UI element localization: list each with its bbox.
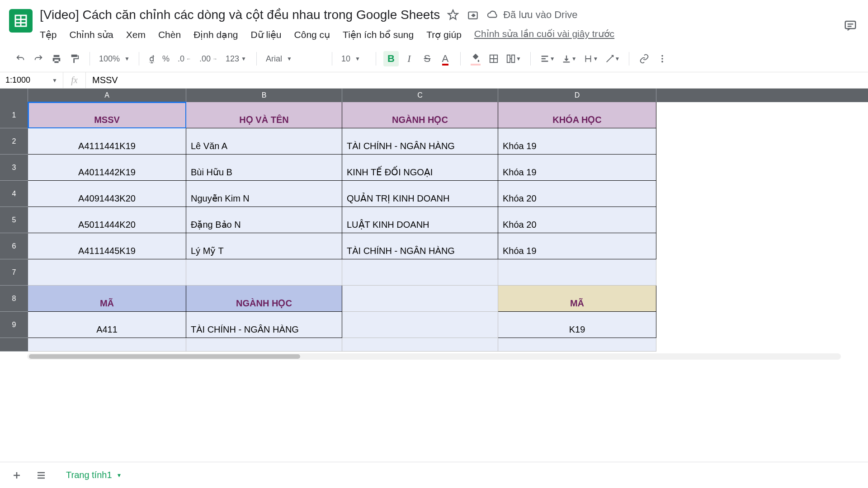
strikethrough-button[interactable]: S xyxy=(420,51,435,66)
name-box[interactable]: 1:1000▼ xyxy=(0,72,63,88)
horizontal-scrollbar[interactable] xyxy=(27,353,841,360)
cell-A6[interactable]: A4111445K19 xyxy=(28,233,186,259)
cell-D8[interactable]: MÃ xyxy=(498,286,656,312)
paint-format-button[interactable] xyxy=(67,51,82,66)
wrap-button[interactable]: ▼ xyxy=(581,51,600,66)
cell-A3[interactable]: A4011442K19 xyxy=(28,155,186,181)
menu-insert[interactable]: Chèn xyxy=(158,28,181,41)
cell-B3[interactable]: Bùi Hữu B xyxy=(186,155,342,181)
move-icon[interactable] xyxy=(467,9,479,21)
link-button[interactable] xyxy=(637,51,652,66)
all-sheets-button[interactable] xyxy=(33,468,49,483)
col-header-A[interactable]: A xyxy=(28,89,186,102)
cell-C2[interactable]: TÀI CHÍNH - NGÂN HÀNG xyxy=(342,128,498,155)
cell-B10[interactable] xyxy=(186,338,342,352)
cell-A7[interactable] xyxy=(28,259,186,286)
row-header-9[interactable]: 9 xyxy=(0,312,28,338)
decrease-decimal-button[interactable]: .0← xyxy=(175,54,194,64)
percent-button[interactable]: % xyxy=(160,54,172,64)
col-header-C[interactable]: C xyxy=(342,89,498,102)
sheets-logo[interactable] xyxy=(9,9,33,33)
cell-A8[interactable]: MÃ xyxy=(28,286,186,312)
cell-B9[interactable]: TÀI CHÍNH - NGÂN HÀNG xyxy=(186,312,342,338)
undo-button[interactable] xyxy=(13,51,28,66)
menu-format[interactable]: Định dạng xyxy=(193,28,238,41)
increase-decimal-button[interactable]: .00→ xyxy=(197,54,220,64)
row-header-1[interactable]: 1 xyxy=(0,102,28,128)
rotate-button[interactable]: ▼ xyxy=(603,51,622,66)
cell-C3[interactable]: KINH TẾ ĐỐI NGOẠI xyxy=(342,155,498,181)
formula-input[interactable]: MSSV xyxy=(86,75,868,85)
row-header-3[interactable]: 3 xyxy=(0,155,28,181)
cell-C6[interactable]: TÀI CHÍNH - NGÂN HÀNG xyxy=(342,233,498,259)
font-size-select[interactable]: 10▼ xyxy=(336,54,372,64)
col-header-D[interactable]: D xyxy=(498,89,656,102)
cell-D2[interactable]: Khóa 19 xyxy=(498,128,656,155)
cell-C9[interactable] xyxy=(342,312,498,338)
fill-color-button[interactable] xyxy=(468,51,483,66)
row-header-5[interactable]: 5 xyxy=(0,207,28,233)
row-header-8[interactable]: 8 xyxy=(0,286,28,312)
cell-C1[interactable]: NGÀNH HỌC xyxy=(342,102,498,128)
row-header-6[interactable]: 6 xyxy=(0,233,28,259)
cell-B7[interactable] xyxy=(186,259,342,286)
last-edit-link[interactable]: Chỉnh sửa lần cuối vài giây trước xyxy=(474,28,614,41)
menu-data[interactable]: Dữ liệu xyxy=(251,28,282,41)
cell-A1[interactable]: MSSV xyxy=(28,102,186,128)
zoom-select[interactable]: 100%▼ xyxy=(94,54,135,64)
cell-D1[interactable]: KHÓA HỌC xyxy=(498,102,656,128)
more-button[interactable] xyxy=(655,51,670,66)
row-header-7[interactable]: 7 xyxy=(0,259,28,286)
cell-B1[interactable]: HỌ VÀ TÊN xyxy=(186,102,342,128)
cell-C10[interactable] xyxy=(342,338,498,352)
menu-addons[interactable]: Tiện ích bổ sung xyxy=(343,28,414,41)
print-button[interactable] xyxy=(49,51,64,66)
text-color-button[interactable]: A xyxy=(438,51,453,66)
star-icon[interactable] xyxy=(447,9,459,21)
row-header-4[interactable]: 4 xyxy=(0,181,28,207)
document-title[interactable]: [Video] Cách căn chỉnh các dòng và cột đ… xyxy=(40,5,440,24)
valign-button[interactable]: ▼ xyxy=(560,51,579,66)
bold-button[interactable]: B xyxy=(383,51,399,66)
redo-button[interactable] xyxy=(31,51,46,66)
cell-D5[interactable]: Khóa 20 xyxy=(498,207,656,233)
currency-button[interactable]: ₫ xyxy=(146,54,157,64)
cell-D4[interactable]: Khóa 20 xyxy=(498,181,656,207)
add-sheet-button[interactable] xyxy=(9,468,24,483)
menu-view[interactable]: Xem xyxy=(126,28,146,41)
menu-file[interactable]: Tệp xyxy=(40,28,57,41)
cell-C5[interactable]: LUẬT KINH DOANH xyxy=(342,207,498,233)
halign-button[interactable]: ▼ xyxy=(538,51,557,66)
menu-help[interactable]: Trợ giúp xyxy=(426,28,462,41)
menu-edit[interactable]: Chỉnh sửa xyxy=(70,28,113,41)
cell-D9[interactable]: K19 xyxy=(498,312,656,338)
borders-button[interactable] xyxy=(486,51,501,66)
select-all-corner[interactable] xyxy=(0,89,28,102)
cell-B2[interactable]: Lê Văn A xyxy=(186,128,342,155)
cell-B4[interactable]: Nguyễn Kim N xyxy=(186,181,342,207)
sheet-tab-1[interactable]: Trang tính1▼ xyxy=(58,465,130,485)
cell-D6[interactable]: Khóa 19 xyxy=(498,233,656,259)
menu-tools[interactable]: Công cụ xyxy=(294,28,330,41)
italic-button[interactable]: I xyxy=(401,51,417,66)
merge-button[interactable]: ▼ xyxy=(504,51,523,66)
cell-A5[interactable]: A5011444K20 xyxy=(28,207,186,233)
format-select[interactable]: 123▼ xyxy=(223,54,249,64)
cell-C4[interactable]: QUẢN TRỊ KINH DOANH xyxy=(342,181,498,207)
cell-B6[interactable]: Lý Mỹ T xyxy=(186,233,342,259)
col-header-B[interactable]: B xyxy=(186,89,342,102)
row-header-10[interactable] xyxy=(0,338,28,352)
cell-B5[interactable]: Đặng Bảo N xyxy=(186,207,342,233)
cell-D3[interactable]: Khóa 19 xyxy=(498,155,656,181)
cell-A2[interactable]: A4111441K19 xyxy=(28,128,186,155)
cell-A4[interactable]: A4091443K20 xyxy=(28,181,186,207)
cell-C8[interactable] xyxy=(342,286,498,312)
cell-C7[interactable] xyxy=(342,259,498,286)
cell-D7[interactable] xyxy=(498,259,656,286)
font-select[interactable]: Arial▼ xyxy=(260,54,328,64)
cell-D10[interactable] xyxy=(498,338,656,352)
cell-B8[interactable]: NGÀNH HỌC xyxy=(186,286,342,312)
row-header-2[interactable]: 2 xyxy=(0,128,28,155)
comments-icon[interactable] xyxy=(844,19,857,34)
cell-A10[interactable] xyxy=(28,338,186,352)
